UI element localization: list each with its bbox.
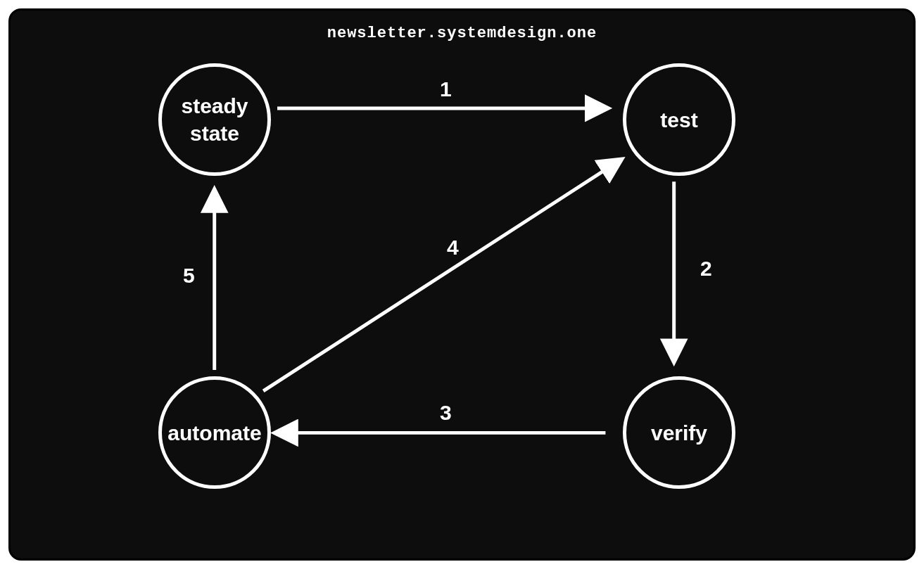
node-label: automate bbox=[167, 419, 261, 447]
node-automate: automate bbox=[158, 376, 271, 489]
edge-label-4: 4 bbox=[447, 236, 459, 260]
diagram-frame: newsletter.systemdesign.one steady state… bbox=[8, 8, 916, 561]
edge-4-arrow bbox=[263, 160, 619, 390]
edge-label-1: 1 bbox=[440, 77, 452, 101]
diagram-title: newsletter.systemdesign.one bbox=[11, 25, 913, 42]
node-label: verify bbox=[651, 419, 707, 447]
arrows-layer bbox=[11, 11, 913, 558]
edge-label-5: 5 bbox=[183, 264, 195, 288]
node-label: test bbox=[660, 106, 697, 134]
edge-label-3: 3 bbox=[440, 401, 452, 425]
edge-label-2: 2 bbox=[700, 257, 712, 281]
node-label-line: state bbox=[190, 120, 239, 147]
node-label-line: steady bbox=[181, 92, 248, 120]
node-test: test bbox=[623, 63, 735, 176]
node-verify: verify bbox=[623, 376, 735, 489]
node-steady-state: steady state bbox=[158, 63, 271, 176]
